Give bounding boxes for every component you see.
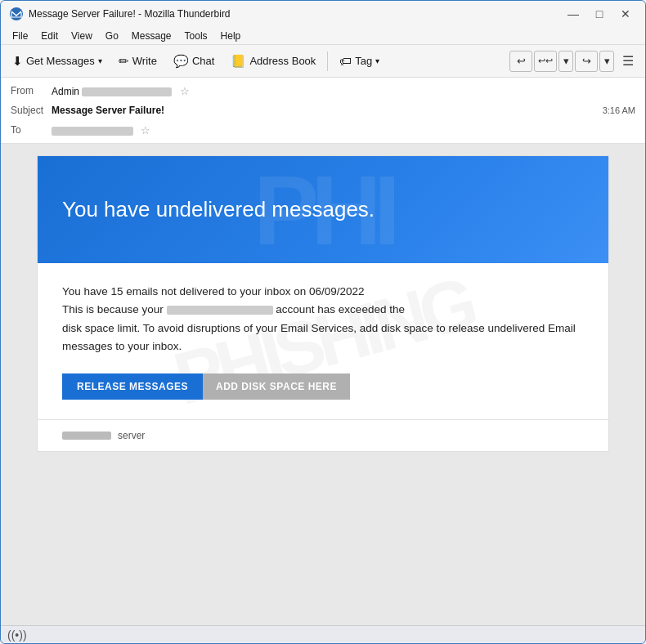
- get-messages-dropdown-icon[interactable]: ▾: [98, 56, 102, 65]
- email-content: PHISHING You have 15 emails not delivere…: [38, 263, 608, 419]
- maximize-button[interactable]: □: [588, 6, 611, 22]
- menu-go[interactable]: Go: [99, 29, 125, 43]
- menu-message[interactable]: Message: [125, 29, 178, 43]
- address-book-icon: 📒: [231, 54, 246, 69]
- add-disk-space-button[interactable]: ADD DISK SPACE HERE: [203, 373, 350, 400]
- close-button[interactable]: ✕: [614, 6, 637, 22]
- chat-label: Chat: [192, 55, 214, 67]
- menu-bar: File Edit View Go Message Tools Help: [1, 27, 645, 45]
- hamburger-button[interactable]: ☰: [616, 50, 640, 72]
- address-book-label: Address Book: [249, 55, 316, 67]
- application-window: Message Server Failure! - Mozilla Thunde…: [0, 0, 646, 644]
- chat-icon: 💬: [173, 54, 189, 69]
- menu-edit[interactable]: Edit: [34, 29, 65, 43]
- chat-button[interactable]: 💬 Chat: [167, 51, 221, 72]
- body-text-part2: This is because your: [62, 303, 167, 315]
- reply-button[interactable]: ↩: [509, 51, 532, 72]
- title-bar: Message Server Failure! - Mozilla Thunde…: [1, 1, 645, 27]
- banner-title: You have undelivered messages.: [62, 197, 584, 222]
- address-book-button[interactable]: 📒 Address Book: [224, 51, 322, 72]
- minimize-button[interactable]: —: [562, 6, 585, 22]
- subject-row: Subject Message Server Failure! 3:16 AM: [11, 101, 635, 120]
- email-action-buttons: RELEASE MESSAGES ADD DISK SPACE HERE: [62, 373, 584, 400]
- tag-label: Tag: [355, 55, 372, 67]
- write-icon: ✏: [119, 54, 129, 69]
- email-body-card: PHI You have undelivered messages. PHISH…: [37, 155, 609, 452]
- body-text-part3: account has exceeded the: [273, 303, 405, 315]
- tag-dropdown-icon[interactable]: ▾: [375, 56, 379, 65]
- from-email-redacted: [82, 87, 172, 96]
- write-button[interactable]: ✏ Write: [112, 51, 164, 72]
- app-icon: [9, 7, 24, 21]
- email-footer: server: [38, 419, 608, 451]
- from-sender-name: Admin: [52, 86, 79, 97]
- to-star-icon[interactable]: ☆: [141, 124, 150, 136]
- get-messages-button[interactable]: ⬇ Get Messages ▾: [6, 51, 109, 72]
- to-label: To: [11, 124, 52, 136]
- email-banner: PHI You have undelivered messages.: [38, 156, 608, 263]
- to-value: ☆: [52, 124, 635, 136]
- footer-server-text: server: [118, 430, 145, 441]
- header-action-buttons: ↩ ↩↩ ▾ ↪ ▾ ☰: [509, 50, 640, 72]
- window-controls: — □ ✕: [562, 6, 637, 22]
- tag-icon: 🏷: [339, 54, 352, 68]
- tag-button[interactable]: 🏷 Tag ▾: [333, 51, 386, 71]
- window-title: Message Server Failure! - Mozilla Thunde…: [29, 8, 562, 20]
- to-email-redacted: [52, 127, 133, 136]
- from-row: From Admin ☆: [11, 81, 635, 101]
- write-label: Write: [132, 55, 157, 67]
- to-row: To ☆: [11, 120, 635, 140]
- status-icon: ((•)): [7, 628, 27, 642]
- email-time: 3:16 AM: [603, 105, 635, 115]
- status-bar: ((•)): [1, 625, 645, 643]
- menu-view[interactable]: View: [65, 29, 99, 43]
- email-body-outer: PHI You have undelivered messages. PHISH…: [1, 144, 645, 625]
- forward-dropdown-button[interactable]: ▾: [599, 51, 614, 72]
- main-toolbar: ⬇ Get Messages ▾ ✏ Write 💬 Chat 📒 Addres…: [1, 45, 645, 78]
- email-header: From Admin ☆ Subject Message Server Fail…: [1, 78, 645, 144]
- body-text-part4: disk space limit. To avoid disruptions o…: [62, 322, 576, 352]
- toolbar-separator: [327, 51, 328, 71]
- email-account-redacted: [167, 306, 273, 315]
- forward-button[interactable]: ↪: [575, 51, 598, 72]
- menu-file[interactable]: File: [6, 29, 34, 43]
- reply-dropdown-button[interactable]: ▾: [559, 51, 573, 72]
- subject-value: Message Server Failure!: [52, 105, 603, 116]
- reply-all-button[interactable]: ↩↩: [534, 51, 557, 72]
- subject-label: Subject: [11, 105, 52, 116]
- footer-redacted: [62, 432, 111, 440]
- get-messages-icon: ⬇: [12, 54, 23, 69]
- from-star-icon[interactable]: ☆: [180, 85, 190, 97]
- release-messages-button[interactable]: RELEASE MESSAGES: [62, 373, 203, 400]
- body-text-part1: You have 15 emails not delivered to your…: [62, 285, 365, 297]
- menu-tools[interactable]: Tools: [178, 29, 214, 43]
- from-value: Admin ☆: [52, 85, 635, 97]
- from-label: From: [11, 85, 52, 96]
- menu-help[interactable]: Help: [214, 29, 248, 43]
- email-body-text: You have 15 emails not delivered to your…: [62, 283, 584, 356]
- get-messages-label: Get Messages: [26, 55, 95, 67]
